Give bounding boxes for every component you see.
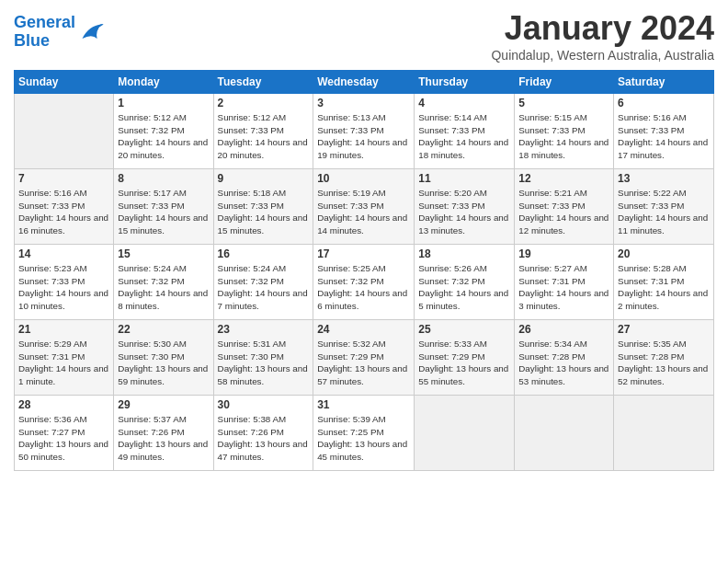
day-number: 30	[218, 398, 310, 411]
day-number: 9	[218, 172, 310, 185]
calendar-week-row: 1 Sunrise: 5:12 AM Sunset: 7:32 PM Dayli…	[15, 94, 714, 169]
calendar-day-cell: 1 Sunrise: 5:12 AM Sunset: 7:32 PM Dayli…	[114, 94, 213, 169]
logo-blue: Blue	[14, 31, 50, 50]
day-number: 15	[118, 247, 209, 260]
day-info: Sunrise: 5:13 AM Sunset: 7:33 PM Dayligh…	[317, 111, 410, 162]
weekday-header-row: Sunday Monday Tuesday Wednesday Thursday…	[15, 71, 714, 94]
day-number: 28	[18, 398, 109, 411]
calendar-day-cell: 9 Sunrise: 5:18 AM Sunset: 7:33 PM Dayli…	[213, 169, 313, 245]
day-number: 23	[218, 323, 310, 336]
calendar-week-row: 21 Sunrise: 5:29 AM Sunset: 7:31 PM Dayl…	[15, 320, 714, 396]
day-info: Sunrise: 5:12 AM Sunset: 7:33 PM Dayligh…	[218, 111, 310, 162]
calendar-day-cell: 5 Sunrise: 5:15 AM Sunset: 7:33 PM Dayli…	[515, 94, 614, 169]
calendar-day-cell: 20 Sunrise: 5:28 AM Sunset: 7:31 PM Dayl…	[614, 245, 714, 320]
calendar-day-cell: 23 Sunrise: 5:31 AM Sunset: 7:30 PM Dayl…	[213, 320, 313, 396]
calendar-day-cell: 30 Sunrise: 5:38 AM Sunset: 7:26 PM Dayl…	[213, 396, 313, 471]
day-info: Sunrise: 5:17 AM Sunset: 7:33 PM Dayligh…	[118, 187, 209, 237]
day-info: Sunrise: 5:16 AM Sunset: 7:33 PM Dayligh…	[618, 111, 710, 162]
day-number: 14	[18, 247, 109, 260]
header-saturday: Saturday	[614, 71, 714, 94]
day-number: 18	[418, 247, 510, 260]
day-info: Sunrise: 5:29 AM Sunset: 7:31 PM Dayligh…	[18, 338, 109, 388]
calendar-day-cell: 16 Sunrise: 5:24 AM Sunset: 7:32 PM Dayl…	[213, 245, 313, 320]
day-number: 16	[218, 247, 310, 260]
calendar-day-cell: 19 Sunrise: 5:27 AM Sunset: 7:31 PM Dayl…	[515, 245, 614, 320]
calendar-day-cell: 17 Sunrise: 5:25 AM Sunset: 7:32 PM Dayl…	[313, 245, 415, 320]
calendar-day-cell: 25 Sunrise: 5:33 AM Sunset: 7:29 PM Dayl…	[415, 320, 515, 396]
calendar-week-row: 14 Sunrise: 5:23 AM Sunset: 7:33 PM Dayl…	[15, 245, 714, 320]
logo: General Blue	[14, 14, 105, 51]
header-tuesday: Tuesday	[213, 71, 313, 94]
day-info: Sunrise: 5:38 AM Sunset: 7:26 PM Dayligh…	[218, 413, 310, 464]
day-number: 26	[518, 323, 609, 336]
day-number: 17	[317, 247, 410, 260]
subtitle: Quindalup, Western Australia, Australia	[491, 48, 714, 63]
logo-bird-icon	[79, 19, 105, 45]
day-info: Sunrise: 5:31 AM Sunset: 7:30 PM Dayligh…	[218, 338, 310, 388]
day-info: Sunrise: 5:37 AM Sunset: 7:26 PM Dayligh…	[118, 413, 209, 464]
day-number: 1	[118, 97, 209, 109]
day-info: Sunrise: 5:30 AM Sunset: 7:30 PM Dayligh…	[118, 338, 209, 388]
calendar-day-cell: 8 Sunrise: 5:17 AM Sunset: 7:33 PM Dayli…	[114, 169, 213, 245]
header-sunday: Sunday	[15, 71, 114, 94]
calendar-day-cell	[15, 94, 114, 169]
day-number: 3	[317, 97, 410, 109]
day-number: 29	[118, 398, 209, 411]
header-section: General Blue January 2024 Quindalup, Wes…	[14, 9, 714, 63]
calendar-day-cell: 12 Sunrise: 5:21 AM Sunset: 7:33 PM Dayl…	[515, 169, 614, 245]
day-info: Sunrise: 5:26 AM Sunset: 7:32 PM Dayligh…	[418, 262, 510, 313]
day-number: 27	[618, 323, 710, 336]
day-info: Sunrise: 5:20 AM Sunset: 7:33 PM Dayligh…	[418, 187, 510, 237]
calendar-day-cell: 2 Sunrise: 5:12 AM Sunset: 7:33 PM Dayli…	[213, 94, 313, 169]
day-info: Sunrise: 5:14 AM Sunset: 7:33 PM Dayligh…	[418, 111, 510, 162]
day-number: 10	[317, 172, 410, 185]
day-info: Sunrise: 5:22 AM Sunset: 7:33 PM Dayligh…	[618, 187, 710, 237]
day-number: 7	[18, 172, 109, 185]
calendar-day-cell: 28 Sunrise: 5:36 AM Sunset: 7:27 PM Dayl…	[15, 396, 114, 471]
calendar-day-cell: 24 Sunrise: 5:32 AM Sunset: 7:29 PM Dayl…	[313, 320, 415, 396]
logo-general: General	[14, 13, 75, 31]
month-title: January 2024	[491, 9, 714, 48]
day-number: 19	[518, 247, 609, 260]
day-info: Sunrise: 5:35 AM Sunset: 7:28 PM Dayligh…	[618, 338, 710, 388]
day-number: 11	[418, 172, 510, 185]
day-number: 2	[218, 97, 310, 109]
day-info: Sunrise: 5:19 AM Sunset: 7:33 PM Dayligh…	[317, 187, 410, 237]
day-number: 4	[418, 97, 510, 109]
calendar-day-cell: 3 Sunrise: 5:13 AM Sunset: 7:33 PM Dayli…	[313, 94, 415, 169]
day-number: 12	[518, 172, 609, 185]
calendar-week-row: 28 Sunrise: 5:36 AM Sunset: 7:27 PM Dayl…	[15, 396, 714, 471]
day-info: Sunrise: 5:24 AM Sunset: 7:32 PM Dayligh…	[118, 262, 209, 313]
day-info: Sunrise: 5:15 AM Sunset: 7:33 PM Dayligh…	[518, 111, 609, 162]
day-info: Sunrise: 5:18 AM Sunset: 7:33 PM Dayligh…	[218, 187, 310, 237]
calendar-day-cell: 6 Sunrise: 5:16 AM Sunset: 7:33 PM Dayli…	[614, 94, 714, 169]
page-container: General Blue January 2024 Quindalup, Wes…	[0, 0, 728, 480]
calendar-day-cell: 7 Sunrise: 5:16 AM Sunset: 7:33 PM Dayli…	[15, 169, 114, 245]
calendar-day-cell: 15 Sunrise: 5:24 AM Sunset: 7:32 PM Dayl…	[114, 245, 213, 320]
day-info: Sunrise: 5:28 AM Sunset: 7:31 PM Dayligh…	[618, 262, 710, 313]
calendar-day-cell: 4 Sunrise: 5:14 AM Sunset: 7:33 PM Dayli…	[415, 94, 515, 169]
day-number: 24	[317, 323, 410, 336]
calendar-day-cell: 29 Sunrise: 5:37 AM Sunset: 7:26 PM Dayl…	[114, 396, 213, 471]
day-info: Sunrise: 5:25 AM Sunset: 7:32 PM Dayligh…	[317, 262, 410, 313]
day-info: Sunrise: 5:27 AM Sunset: 7:31 PM Dayligh…	[518, 262, 609, 313]
calendar-day-cell: 26 Sunrise: 5:34 AM Sunset: 7:28 PM Dayl…	[515, 320, 614, 396]
day-number: 5	[518, 97, 609, 109]
day-number: 13	[618, 172, 710, 185]
day-info: Sunrise: 5:39 AM Sunset: 7:25 PM Dayligh…	[317, 413, 410, 464]
day-number: 20	[618, 247, 710, 260]
calendar-day-cell: 11 Sunrise: 5:20 AM Sunset: 7:33 PM Dayl…	[415, 169, 515, 245]
day-number: 6	[618, 97, 710, 109]
day-info: Sunrise: 5:21 AM Sunset: 7:33 PM Dayligh…	[518, 187, 609, 237]
logo-text: General Blue	[14, 14, 75, 51]
header-monday: Monday	[114, 71, 213, 94]
calendar-day-cell: 22 Sunrise: 5:30 AM Sunset: 7:30 PM Dayl…	[114, 320, 213, 396]
calendar-day-cell: 18 Sunrise: 5:26 AM Sunset: 7:32 PM Dayl…	[415, 245, 515, 320]
day-info: Sunrise: 5:23 AM Sunset: 7:33 PM Dayligh…	[18, 262, 109, 313]
day-info: Sunrise: 5:32 AM Sunset: 7:29 PM Dayligh…	[317, 338, 410, 388]
day-info: Sunrise: 5:34 AM Sunset: 7:28 PM Dayligh…	[518, 338, 609, 388]
day-number: 31	[317, 398, 410, 411]
day-info: Sunrise: 5:36 AM Sunset: 7:27 PM Dayligh…	[18, 413, 109, 464]
header-friday: Friday	[515, 71, 614, 94]
day-info: Sunrise: 5:33 AM Sunset: 7:29 PM Dayligh…	[418, 338, 510, 388]
